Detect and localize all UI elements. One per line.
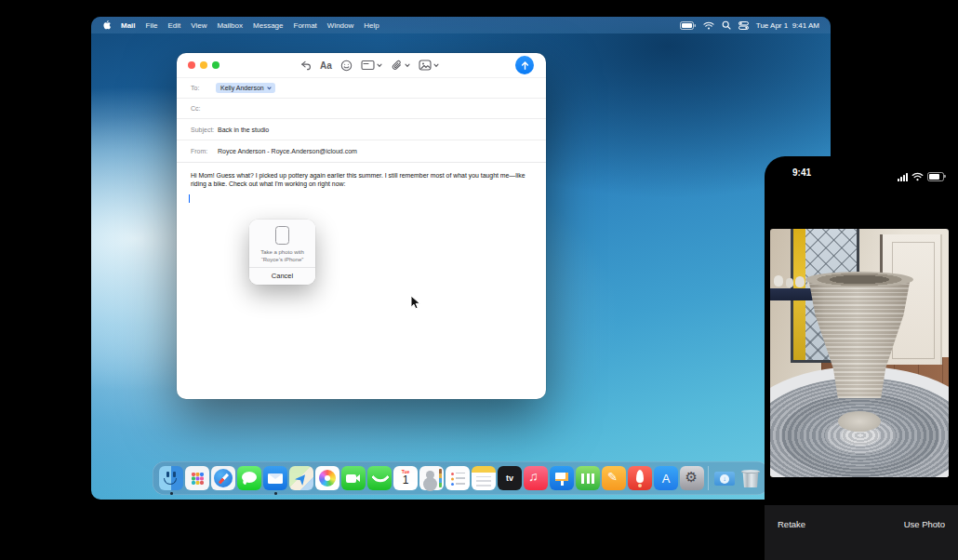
finder-dock-icon[interactable] — [159, 466, 183, 490]
menu-file[interactable]: File — [146, 21, 158, 30]
menu-message[interactable]: Message — [253, 21, 283, 30]
from-label: From: — [191, 148, 218, 154]
to-field[interactable]: To: Kelly Anderson — [177, 78, 546, 99]
mail-dock-icon[interactable] — [263, 466, 287, 490]
take-photo-popover: Take a photo with “Royce’s iPhone” Cance… — [249, 220, 315, 285]
menu-items: FileEditViewMailboxMessageFormatWindowHe… — [146, 21, 379, 30]
wifi-icon[interactable] — [703, 21, 714, 30]
maps-dock-icon[interactable] — [289, 466, 313, 490]
emoji-icon[interactable] — [340, 60, 353, 72]
use-photo-button[interactable]: Use Photo — [904, 519, 945, 529]
message-body[interactable]: Hi Mom! Guess what? I picked up pottery … — [177, 163, 546, 188]
undo-icon[interactable] — [299, 60, 312, 72]
wifi-icon — [911, 168, 924, 185]
text-caret — [189, 194, 190, 203]
format-text-button[interactable]: Aa — [320, 60, 332, 71]
reminders-dock-icon[interactable] — [446, 466, 470, 490]
numbers-dock-icon[interactable] — [576, 466, 600, 490]
close-window-button[interactable] — [188, 61, 195, 69]
to-recipient-name: Kelly Anderson — [220, 85, 264, 91]
menu-format[interactable]: Format — [294, 21, 317, 30]
messages-dock-icon[interactable] — [237, 466, 261, 490]
menu-help[interactable]: Help — [364, 21, 379, 30]
zoom-window-button[interactable] — [212, 61, 220, 69]
cancel-button[interactable]: Cancel — [249, 268, 315, 285]
retake-button[interactable]: Retake — [778, 519, 805, 529]
subject-label: Subject: — [191, 127, 218, 133]
music-dock-icon[interactable] — [524, 466, 548, 490]
dock-apps: Tue1tvA — [159, 466, 704, 490]
app-store-dock-icon[interactable]: A — [654, 466, 678, 490]
menu-app-name[interactable]: Mail — [121, 21, 136, 30]
photos-dock-icon[interactable] — [315, 466, 339, 490]
dock: Tue1tvA — [153, 461, 769, 495]
iphone-clock: 9:41 — [792, 167, 811, 178]
iphone-camera-panel: 9:41 — [765, 156, 958, 560]
safari-dock-icon[interactable] — [211, 466, 235, 490]
popover-title-line1: Take a photo with — [260, 248, 304, 256]
dock-separator — [708, 466, 709, 490]
camera-action-bar: Retake Use Photo — [765, 505, 958, 560]
cc-field[interactable]: Cc: — [177, 99, 546, 119]
photo-shelf-pottery — [774, 275, 783, 287]
facetime-dock-icon[interactable] — [341, 466, 366, 490]
token-chevron-icon — [267, 87, 272, 90]
menu-window[interactable]: Window — [327, 21, 353, 30]
keynote-dock-icon[interactable] — [550, 466, 574, 490]
menu-status-area: Tue Apr 1 9:41 AM — [680, 20, 819, 30]
menu-bar: Mail FileEditViewMailboxMessageFormatWin… — [91, 17, 831, 33]
control-center-icon[interactable] — [738, 21, 749, 30]
iphone-icon — [275, 226, 289, 245]
from-field[interactable]: From: Royce Anderson - Royce.Anderson@ic… — [177, 140, 546, 163]
tv-dock-icon[interactable]: tv — [498, 466, 522, 490]
launchpad-dock-icon[interactable] — [185, 466, 209, 490]
mouse-cursor — [410, 295, 421, 314]
header-fields-button[interactable] — [361, 60, 382, 71]
compose-toolbar: Aa — [177, 53, 546, 78]
insert-media-button[interactable] — [419, 60, 439, 71]
pages-dock-icon[interactable] — [602, 466, 626, 490]
rocket-dock-icon[interactable] — [628, 466, 652, 490]
message-body-text: Hi Mom! Guess what? I picked up pottery … — [191, 171, 533, 188]
menu-mailbox[interactable]: Mailbox — [217, 21, 243, 30]
menu-view[interactable]: View — [191, 21, 206, 30]
camera-preview-photo — [770, 229, 949, 477]
to-label: To: — [191, 85, 215, 91]
iphone-status-bar: 9:41 — [765, 156, 958, 188]
menu-edit[interactable]: Edit — [167, 21, 180, 30]
phone-dock-icon[interactable] — [367, 466, 392, 490]
popover-title: Take a photo with “Royce’s iPhone” — [260, 248, 304, 263]
menu-clock[interactable]: Tue Apr 1 9:41 AM — [756, 21, 819, 30]
from-value: Royce Anderson - Royce.Anderson@icloud.c… — [218, 148, 357, 154]
finder-running-indicator — [170, 492, 173, 495]
downloads-dock-icon[interactable] — [712, 466, 737, 490]
cc-label: Cc: — [191, 105, 215, 112]
contacts-dock-icon[interactable] — [419, 466, 444, 490]
popover-title-line2: “Royce’s iPhone” — [260, 256, 304, 263]
mail-compose-window: Aa T — [177, 53, 546, 399]
apple-menu-icon[interactable] — [102, 20, 111, 32]
attach-file-button[interactable] — [391, 60, 410, 72]
photo-pot-rim — [805, 272, 913, 287]
photo-wheel-hub — [838, 411, 881, 432]
dock-extras — [712, 466, 763, 490]
subject-field[interactable]: Subject: Back in the studio — [177, 119, 546, 140]
to-recipient-token[interactable]: Kelly Anderson — [216, 83, 275, 93]
notes-dock-icon[interactable] — [472, 466, 496, 490]
cellular-signal-icon — [898, 173, 908, 181]
minimize-window-button[interactable] — [200, 61, 207, 69]
battery-icon[interactable] — [680, 21, 696, 30]
mail-running-indicator — [274, 492, 277, 495]
subject-value: Back in the studio — [218, 127, 269, 133]
send-button[interactable] — [515, 56, 534, 74]
settings-dock-icon[interactable] — [680, 466, 704, 490]
calendar-dock-icon[interactable]: Tue1 — [393, 466, 418, 490]
search-icon[interactable] — [722, 20, 731, 30]
trash-dock-icon[interactable] — [738, 466, 763, 490]
battery-icon — [927, 172, 944, 181]
stage: Mail FileEditViewMailboxMessageFormatWin… — [0, 0, 958, 560]
